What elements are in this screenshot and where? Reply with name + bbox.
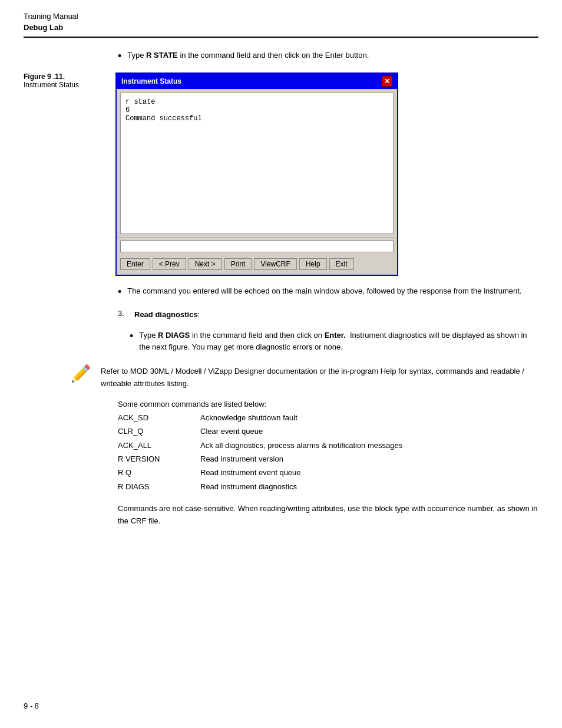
figure-section: Figure 9 .11. Instrument Status Instrume… [24, 73, 538, 276]
header-divider [24, 37, 538, 38]
commands-section: Some common commands are listed below: A… [118, 400, 538, 493]
command-cell: R DIAGS [118, 480, 200, 493]
numbered-item: 3. Read diagnostics: [118, 309, 538, 321]
instrument-input-row [117, 238, 397, 255]
command-cell: R VERSION [118, 452, 200, 466]
close-button[interactable]: ✕ [382, 76, 392, 87]
item-label: Read diagnostics: [134, 309, 200, 321]
exit-button[interactable]: Exit [329, 258, 354, 270]
echo-bullet-text: The command you entered will be echoed o… [127, 285, 521, 297]
figure-subtitle: Instrument Status [24, 81, 106, 89]
output-line3: Command successful [125, 114, 388, 123]
bottom-paragraph: Commands are not case-sensitive. When re… [118, 503, 538, 528]
inner-bullet-icon: • [130, 330, 133, 343]
note-text: Refer to MOD 30ML / Modcell / ViZapp Des… [101, 365, 538, 390]
manual-title: Training Manual [24, 12, 538, 21]
intro-bullet-row: • Type R STATE in the command field and … [118, 50, 538, 63]
instrument-window: Instrument Status ✕ r state 6 Command su… [115, 73, 398, 276]
note-section: ✏️ Refer to MOD 30ML / Modcell / ViZapp … [71, 365, 538, 390]
command-cell: R Q [118, 466, 200, 479]
figure-label: Figure 9 .11. Instrument Status [24, 73, 106, 89]
command-cell: ACK_ALL [118, 439, 200, 452]
command-cell: CLR_Q [118, 424, 200, 438]
next-button[interactable]: Next > [189, 258, 222, 270]
instrument-buttons: Enter < Prev Next > Print ViewCRF Help E… [117, 255, 397, 275]
document-header: Training Manual Debug Lab [24, 12, 538, 32]
description-cell: Ack all diagnostics, process alarms & no… [200, 439, 538, 452]
help-button[interactable]: Help [299, 258, 327, 270]
instrument-titlebar: Instrument Status ✕ [117, 74, 397, 89]
content-area: • Type R STATE in the command field and … [24, 50, 538, 528]
print-button[interactable]: Print [224, 258, 252, 270]
description-cell: Read instrument event queue [200, 466, 538, 479]
lab-subtitle: Debug Lab [24, 23, 538, 32]
enter-button[interactable]: Enter [120, 258, 150, 270]
viewcrf-button[interactable]: ViewCRF [254, 258, 296, 270]
bullet-icon-2: • [118, 285, 121, 299]
figure-title: Figure 9 .11. [24, 73, 106, 81]
echo-bullet-row: • The command you entered will be echoed… [118, 285, 538, 299]
instrument-title-text: Instrument Status [121, 77, 181, 85]
output-line2: 6 [125, 106, 388, 114]
description-cell: Clear event queue [200, 424, 538, 438]
note-pencil-icon: ✏️ [71, 365, 91, 382]
item-number: 3. [118, 309, 130, 318]
commands-table: ACK_SDAcknowledge shutdown faultCLR_QCle… [118, 411, 538, 493]
diags-bullet-row: • Type R DIAGS in the command field and … [130, 330, 538, 353]
command-cell: ACK_SD [118, 411, 200, 424]
intro-bullet-text: Type R STATE in the command field and th… [127, 50, 369, 61]
command-input[interactable] [120, 241, 394, 252]
description-cell: Acknowledge shutdown fault [200, 411, 538, 424]
instrument-body: r state 6 Command successful [120, 93, 394, 234]
bullet-icon: • [118, 50, 121, 63]
description-cell: Read instrument diagnostics [200, 480, 538, 493]
diags-bullet-text: Type R DIAGS in the command field and th… [139, 330, 538, 353]
prev-button[interactable]: < Prev [153, 258, 186, 270]
commands-intro: Some common commands are listed below: [118, 400, 538, 409]
description-cell: Read instrument version [200, 452, 538, 466]
page-number: 9 - 8 [24, 701, 39, 710]
output-line1: r state [125, 98, 388, 106]
